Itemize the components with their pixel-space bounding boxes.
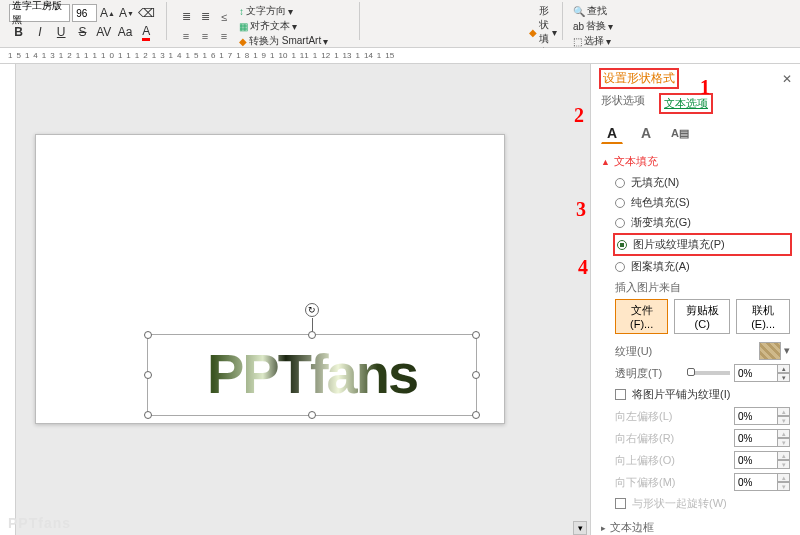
font-size-select[interactable]: 96 — [72, 4, 97, 22]
fill-pattern[interactable]: 图案填充(A) — [615, 259, 790, 274]
ribbon: 造字工房版黑 96 A▲ A▼ ⌫ B I U S AV Aa A 字体 ≣ ≣… — [0, 0, 800, 48]
rotate-handle[interactable]: ↻ — [305, 303, 319, 317]
watermark: PPTfans — [8, 515, 71, 531]
fill-gradient[interactable]: 渐变填充(G) — [615, 215, 790, 230]
section-text-outline[interactable]: ▸文本边框 — [591, 514, 800, 535]
underline-button[interactable]: U — [52, 23, 71, 41]
scroll-button[interactable]: ▾ — [573, 521, 587, 535]
offset-down-input[interactable] — [734, 473, 778, 491]
spin-down[interactable]: ▾ — [778, 373, 790, 382]
separator — [562, 2, 563, 40]
clipboard-button[interactable]: 剪贴板(C) — [674, 299, 730, 334]
caret-down-icon: ▲ — [601, 157, 610, 167]
align-center-icon[interactable]: ≡ — [196, 27, 214, 45]
online-button[interactable]: 联机(E)... — [736, 299, 790, 334]
text-effects-icon[interactable]: A — [635, 122, 657, 144]
workspace: ↻ PPTfans PPTfans 设置形状格式 ✕ 形状选项 文本选项 A A… — [0, 64, 800, 535]
indent-dec-icon[interactable]: ≤ — [215, 8, 233, 26]
textbox-icon[interactable]: A▤ — [669, 122, 691, 144]
resize-handle[interactable] — [144, 411, 152, 419]
canvas-area[interactable]: ↻ PPTfans PPTfans — [0, 64, 590, 535]
offset-left-label: 向左偏移(L) — [615, 409, 672, 424]
file-button[interactable]: 文件(F)... — [615, 299, 668, 334]
resize-handle[interactable] — [308, 331, 316, 339]
bullets-icon[interactable]: ≣ — [177, 8, 195, 26]
resize-handle[interactable] — [472, 411, 480, 419]
drawing-group: ▭◯△◇⬠▾ ↘↗⬡{}▾ ☆✶⬭⬬☁▾ ⬚ 排列 ◩ 快速样式 ◆形状填充 ▾… — [366, 2, 556, 47]
offset-right-label: 向右偏移(R) — [615, 431, 674, 446]
resize-handle[interactable] — [472, 331, 480, 339]
transparency-input[interactable] — [734, 364, 778, 382]
tab-text-options[interactable]: 文本选项 — [659, 93, 713, 114]
texture-swatch[interactable] — [759, 342, 781, 360]
fill-solid[interactable]: 纯色填充(S) — [615, 195, 790, 210]
text-direction[interactable]: ↕文字方向 ▾ — [239, 4, 328, 18]
find-button[interactable]: 🔍查找 — [573, 4, 621, 18]
spacing-button[interactable]: AV — [94, 23, 113, 41]
fill-none[interactable]: 无填充(N) — [615, 175, 790, 190]
grow-font[interactable]: A▲ — [99, 4, 116, 22]
italic-button[interactable]: I — [30, 23, 49, 41]
panel-close-icon[interactable]: ✕ — [782, 72, 792, 86]
replace-button[interactable]: ab替换 ▾ — [573, 19, 621, 33]
case-button[interactable]: Aa — [115, 23, 134, 41]
bold-button[interactable]: B — [9, 23, 28, 41]
transparency-slider[interactable] — [690, 371, 730, 375]
horizontal-ruler: 1514131211110111213141516171819110111112… — [0, 48, 800, 64]
tile-checkbox[interactable]: 将图片平铺为纹理(I) — [591, 384, 800, 405]
separator — [166, 2, 167, 40]
resize-handle[interactable] — [144, 331, 152, 339]
select-button[interactable]: ⬚选择 ▾ — [573, 34, 621, 48]
offset-down-label: 向下偏移(M) — [615, 475, 676, 490]
textbox-text[interactable]: PPTfans — [148, 335, 476, 413]
texture-label: 纹理(U) — [615, 344, 652, 359]
section-text-fill[interactable]: ▲文本填充 — [591, 148, 800, 173]
shrink-font[interactable]: A▼ — [118, 4, 135, 22]
vertical-ruler — [0, 64, 16, 535]
smartart-convert[interactable]: ◆转换为 SmartArt ▾ — [239, 34, 328, 48]
resize-handle[interactable] — [144, 371, 152, 379]
offset-up-label: 向上偏移(O) — [615, 453, 675, 468]
resize-handle[interactable] — [472, 371, 480, 379]
format-shape-panel: 设置形状格式 ✕ 形状选项 文本选项 A A A▤ ▲文本填充 无填充(N) 纯… — [590, 64, 800, 535]
resize-handle[interactable] — [308, 411, 316, 419]
tab-shape-options[interactable]: 形状选项 — [601, 93, 645, 114]
editing-group: 🔍查找 ab替换 ▾ ⬚选择 ▾ 编辑 — [569, 2, 625, 47]
font-color-button[interactable]: A — [137, 23, 156, 41]
fill-picture-texture[interactable]: 图片或纹理填充(P) — [613, 233, 792, 256]
paragraph-group: ≣ ≣ ≤ ≡ ≡ ≡ ↕文字方向 ▾ ▦对齐文本 ▾ ◆转换为 SmartAr… — [173, 2, 353, 47]
caret-right-icon: ▸ — [601, 523, 606, 533]
insert-from-label: 插入图片来自 — [591, 276, 800, 297]
clear-format[interactable]: ⌫ — [137, 4, 156, 22]
numbers-icon[interactable]: ≣ — [196, 8, 214, 26]
panel-title: 设置形状格式 — [599, 68, 679, 89]
strike-button[interactable]: S — [73, 23, 92, 41]
align-text[interactable]: ▦对齐文本 ▾ — [239, 19, 328, 33]
separator — [359, 2, 360, 40]
offset-left-input[interactable] — [734, 407, 778, 425]
align-right-icon[interactable]: ≡ — [215, 27, 233, 45]
transparency-label: 透明度(T) — [615, 366, 662, 381]
offset-up-input[interactable] — [734, 451, 778, 469]
text-fill-outline-icon[interactable]: A — [601, 122, 623, 144]
font-name-select[interactable]: 造字工房版黑 — [9, 4, 70, 22]
selected-textbox[interactable]: ↻ PPTfans — [147, 334, 477, 416]
font-group: 造字工房版黑 96 A▲ A▼ ⌫ B I U S AV Aa A 字体 — [5, 2, 160, 47]
rotate-with-shape[interactable]: 与形状一起旋转(W) — [591, 493, 800, 514]
offset-right-input[interactable] — [734, 429, 778, 447]
align-left-icon[interactable]: ≡ — [177, 27, 195, 45]
spin-up[interactable]: ▴ — [778, 364, 790, 373]
